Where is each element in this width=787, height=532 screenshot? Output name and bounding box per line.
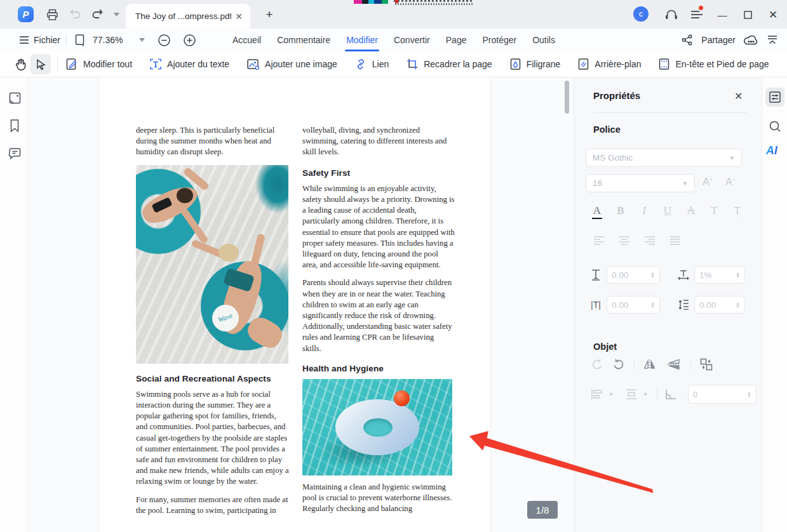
pdf-heading[interactable]: Social and Recreational Aspects (136, 373, 290, 384)
swap-size-icon[interactable] (700, 358, 713, 371)
zoom-level[interactable]: 77.36% (93, 29, 123, 51)
flip-horizontal-icon[interactable] (643, 358, 657, 371)
ribbon-tabs: Accueil Commentaire Modifier Convertir P… (232, 29, 555, 51)
rotation-angle-icon[interactable] (665, 389, 678, 400)
main-menu-icon[interactable] (690, 8, 704, 22)
bold-icon[interactable]: B (615, 204, 626, 217)
decrease-font-icon[interactable]: A− (725, 176, 736, 188)
pdf-paragraph[interactable]: volleyball, diving, and synchronized swi… (302, 125, 455, 158)
strikethrough-icon[interactable]: A (686, 204, 696, 217)
pdf-paragraph[interactable]: While swimming is an enjoyable activity,… (302, 183, 455, 271)
italic-icon[interactable]: I (639, 204, 649, 217)
pdf-paragraph[interactable]: Parents should always supervise their ch… (302, 277, 455, 354)
stepper-arrows[interactable]: ▲▼ (650, 302, 655, 308)
add-text-button[interactable]: Ajouter du texte (149, 58, 229, 70)
stepper-arrows[interactable]: ▲▼ (650, 272, 655, 278)
background-label: Arrière-plan (595, 59, 641, 69)
increase-font-icon[interactable]: A+ (703, 176, 713, 188)
page-display-icon[interactable] (75, 29, 85, 51)
document-canvas[interactable]: deeper sleep. This is particularly benef… (29, 77, 574, 532)
stepper-arrows[interactable]: ▲▼ (736, 272, 740, 278)
char-spacing-input[interactable]: 0.00 ▲▼ (607, 266, 660, 284)
chevron-down-icon[interactable]: ▼ (643, 392, 648, 397)
font-size-select[interactable]: 16 ▼ (586, 174, 695, 192)
rotation-angle-input[interactable]: 0 ▲▼ (688, 385, 757, 404)
minimize-button[interactable]: — (715, 8, 729, 22)
share-icon[interactable] (682, 34, 693, 46)
close-panel-icon[interactable]: ✕ (734, 90, 743, 102)
word-spacing-input[interactable]: 0.00 ▲▼ (607, 296, 660, 314)
watermark-button[interactable]: Filigrane (509, 58, 561, 70)
support-headset-icon[interactable] (664, 8, 678, 22)
zoom-dropdown-icon[interactable] (139, 29, 145, 51)
tab-accueil[interactable]: Accueil (232, 29, 261, 51)
redo-icon[interactable] (91, 8, 105, 22)
font-color-icon[interactable]: A (592, 204, 602, 219)
add-image-button[interactable]: Ajouter une image (246, 58, 337, 70)
file-menu-button[interactable]: Fichier (19, 29, 60, 51)
chevron-down-icon[interactable]: ▼ (609, 392, 614, 397)
line-spacing-input[interactable]: 0.00 ▲▼ (694, 296, 745, 314)
print-icon[interactable] (45, 8, 59, 22)
new-tab-icon[interactable]: + (262, 8, 276, 22)
hand-tool-button[interactable] (10, 54, 30, 74)
ai-assistant-button[interactable]: AI (766, 144, 777, 157)
align-left-icon[interactable] (593, 236, 605, 245)
search-icon[interactable] (765, 117, 784, 136)
pdf-heading[interactable]: Safety First (302, 168, 455, 178)
align-justify-icon[interactable] (669, 236, 681, 245)
cloud-icon[interactable] (744, 35, 758, 46)
tab-modifier[interactable]: Modifier (346, 29, 378, 51)
superscript-icon[interactable]: T' (710, 204, 720, 217)
pdf-paragraph[interactable]: Maintaining a clean and hygienic swimmin… (302, 482, 455, 515)
pdf-paragraph[interactable]: For many, summer memories are often made… (136, 495, 290, 516)
underline-icon[interactable]: U (663, 204, 673, 217)
edit-all-button[interactable]: Modifier tout (65, 58, 132, 70)
maximize-button[interactable] (741, 8, 755, 22)
thumbnails-panel-icon[interactable] (7, 90, 22, 105)
bookmarks-panel-icon[interactable] (7, 118, 22, 133)
pdf-paragraph[interactable]: deeper sleep. This is particularly benef… (136, 125, 290, 158)
header-footer-button[interactable]: En-tête et Pied de page (658, 58, 769, 70)
history-dropdown-icon[interactable] (109, 8, 123, 22)
document-tab[interactable]: The Joy of ...ompress.pdf ✕ (126, 4, 250, 29)
stepper-arrows[interactable]: ▲▼ (736, 302, 740, 308)
select-tool-button[interactable] (30, 54, 51, 74)
distribute-objects-icon[interactable] (625, 389, 638, 400)
align-center-icon[interactable] (619, 236, 630, 245)
properties-panel-toggle-icon[interactable] (765, 88, 784, 107)
rotate-left-icon[interactable] (591, 358, 603, 371)
pdf-page[interactable]: deeper sleep. This is particularly benef… (98, 77, 491, 532)
flip-vertical-icon[interactable] (666, 358, 682, 371)
tab-convertir[interactable]: Convertir (394, 29, 430, 51)
comments-panel-icon[interactable] (7, 146, 22, 161)
link-button[interactable]: Lien (354, 58, 389, 70)
pool-people-image[interactable]: Wave (136, 165, 288, 364)
font-family-select[interactable]: MS Gothic ▼ (586, 149, 742, 167)
tab-proteger[interactable]: Protéger (482, 29, 516, 51)
align-objects-icon[interactable] (591, 389, 603, 400)
subscript-icon[interactable]: T, (733, 204, 743, 218)
tab-outils[interactable]: Outils (532, 29, 555, 51)
close-tab-icon[interactable]: ✕ (235, 11, 243, 22)
zoom-in-icon[interactable] (183, 29, 196, 51)
rotate-right-icon[interactable] (612, 358, 625, 371)
vertical-scrollbar[interactable] (565, 81, 569, 114)
tab-page[interactable]: Page (446, 29, 467, 51)
align-right-icon[interactable] (644, 236, 656, 245)
pdf-paragraph[interactable]: Swimming pools serve as a hub for social… (136, 389, 290, 488)
tab-commentaire[interactable]: Commentaire (277, 29, 330, 51)
background-button[interactable]: Arrière-plan (577, 58, 641, 70)
avatar[interactable]: c (633, 6, 649, 22)
collapse-toolbar-icon[interactable] (767, 35, 778, 45)
close-window-button[interactable]: ✕ (766, 8, 780, 22)
horizontal-scale-input[interactable]: 1% ▲▼ (694, 266, 745, 284)
stepper-arrows[interactable]: ▲▼ (747, 391, 751, 397)
undo-icon[interactable] (68, 8, 82, 22)
pdf-heading[interactable]: Health and Hygiene (302, 363, 455, 374)
zoom-out-icon[interactable] (158, 29, 171, 51)
crop-page-button[interactable]: Recadrer la page (406, 58, 492, 70)
link-label: Lien (372, 59, 389, 69)
share-label[interactable]: Partager (701, 35, 736, 45)
pool-ring-image[interactable] (302, 379, 452, 475)
